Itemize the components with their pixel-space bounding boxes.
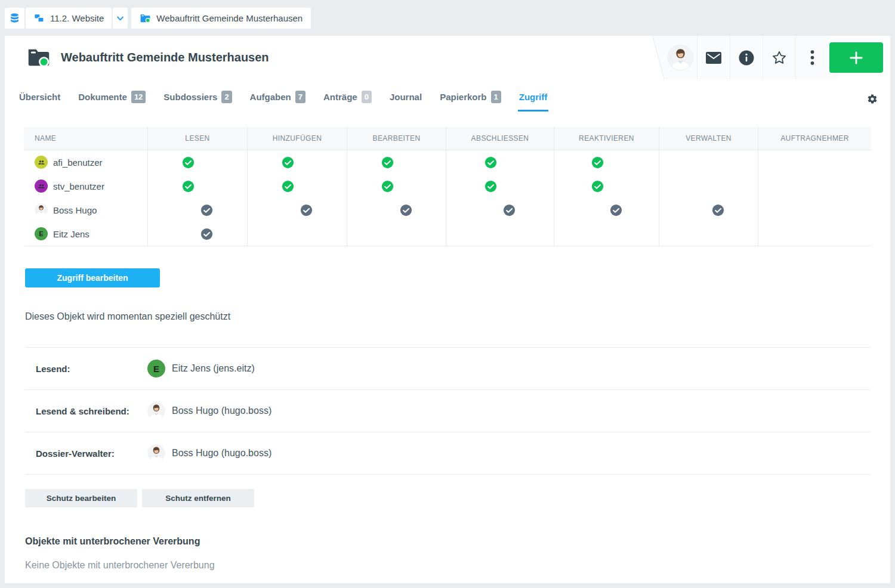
tab-bar: Übersicht Dokumente 12 Subdossiers 2 Auf… — [5, 79, 890, 116]
tab-count-badge: 7 — [295, 91, 305, 103]
photo-avatar — [35, 203, 48, 216]
database-chip[interactable] — [5, 8, 24, 29]
permissions-table: NAMELESENHINZUFÜGENBEARBEITENABSCHLIESSE… — [24, 127, 871, 246]
tab-label: Subdossiers — [163, 92, 217, 102]
breadcrumb-dossier-chip[interactable]: Webauftritt Gemeinde Musterhausen — [131, 8, 311, 29]
tab-label: Zugriff — [519, 92, 547, 102]
permissions-table-body: afi_benutzer — [24, 150, 871, 246]
tab-subdossiers[interactable]: Subdossiers 2 — [162, 91, 233, 112]
permission-cell — [446, 222, 554, 246]
tab-label: Anträge — [323, 92, 357, 102]
user-name-cell[interactable]: stv_benutzer — [24, 174, 147, 198]
permission-cell — [659, 150, 758, 174]
table-row: stv_benutzer — [24, 174, 871, 198]
kebab-menu-icon — [810, 50, 814, 65]
table-row: E Eitz Jens — [24, 222, 871, 246]
edit-access-button[interactable]: Zugriff bearbeiten — [25, 268, 160, 287]
permission-cell — [147, 150, 247, 174]
header-actions — [646, 36, 828, 79]
permission-cell — [247, 222, 347, 246]
user-name-cell[interactable]: Boss Hugo — [24, 198, 147, 222]
info-icon — [739, 50, 754, 66]
permission-cell — [446, 150, 554, 174]
tab-label: Papierkorb — [440, 92, 486, 102]
tab-zugriff[interactable]: Zugriff — [518, 91, 548, 112]
protection-user: Boss Hugo (hugo.boss) — [172, 406, 271, 416]
tab-papierkorb[interactable]: Papierkorb 1 — [439, 91, 502, 112]
check-icon — [200, 228, 213, 240]
permission-cell — [758, 150, 871, 174]
favorite-button[interactable] — [763, 36, 795, 79]
breadcrumb-dossier-label: Webauftritt Gemeinde Musterhausen — [156, 13, 303, 23]
letter-avatar: E — [35, 227, 48, 240]
page-title: Webauftritt Gemeinde Musterhausen — [61, 51, 269, 64]
check-icon — [484, 180, 497, 193]
remove-protection-button[interactable]: Schutz entfernen — [142, 489, 254, 507]
tab-count-badge: 12 — [131, 91, 146, 103]
check-icon — [282, 156, 294, 169]
permission-cell — [446, 174, 554, 198]
permission-cell — [147, 222, 247, 246]
table-row: afi_benutzer — [24, 150, 871, 174]
breadcrumb-dropdown[interactable] — [113, 8, 128, 29]
dossier-folder-icon — [140, 13, 151, 24]
tab-label: Übersicht — [19, 92, 60, 102]
check-icon — [591, 180, 604, 193]
add-button[interactable] — [829, 42, 883, 73]
settings-gear-icon[interactable] — [867, 94, 878, 104]
tab-bar-items: Übersicht Dokumente 12 Subdossiers 2 Auf… — [18, 91, 564, 116]
breadcrumb-context-chip[interactable]: 11.2. Website — [26, 8, 112, 29]
info-button[interactable] — [730, 36, 763, 79]
chevron-down-icon — [115, 13, 126, 24]
user-avatar-button[interactable] — [664, 36, 697, 79]
user-name: Boss Hugo — [53, 205, 97, 215]
permissions-table-header: NAMELESENHINZUFÜGENBEARBEITENABSCHLIESSE… — [24, 127, 871, 150]
protection-row: Dossier-Verwalter: Boss Hugo (hugo.boss) — [25, 432, 870, 474]
check-icon — [484, 156, 497, 169]
check-icon — [400, 204, 412, 216]
more-menu-button[interactable] — [795, 36, 828, 79]
permission-cell — [247, 174, 347, 198]
permission-cell — [554, 174, 659, 198]
column-header-reaktivieren: REAKTIVIEREN — [554, 127, 659, 150]
tab-label: Journal — [390, 92, 422, 102]
permission-cell — [347, 222, 446, 246]
check-icon — [381, 156, 394, 169]
group-icon — [37, 182, 46, 191]
check-icon — [182, 156, 195, 169]
protection-user: Boss Hugo (hugo.boss) — [172, 448, 271, 459]
user-name: afi_benutzer — [53, 157, 103, 168]
group-icon — [37, 158, 46, 167]
breadcrumb-context-label: 11.2. Website — [50, 13, 104, 23]
mail-button[interactable] — [697, 36, 730, 79]
user-name-cell[interactable]: E Eitz Jens — [24, 222, 147, 246]
protection-role-label: Lesend & schreibend: — [36, 406, 147, 416]
column-header-lesen: LESEN — [147, 127, 247, 150]
column-header-hinzufugen: HINZUFÜGEN — [247, 127, 347, 150]
tab-count-badge: 1 — [491, 91, 501, 103]
permission-cell — [659, 198, 758, 222]
check-icon — [300, 204, 313, 216]
permission-cell — [659, 174, 758, 198]
group-avatar — [35, 156, 48, 169]
tab-ubersicht[interactable]: Übersicht — [18, 91, 61, 112]
check-icon — [381, 180, 394, 193]
table-row: Boss Hugo — [24, 198, 871, 222]
tab-journal[interactable]: Journal — [388, 91, 423, 112]
permission-cell — [247, 150, 347, 174]
check-icon — [503, 204, 516, 216]
star-icon — [771, 50, 787, 66]
check-icon — [200, 204, 213, 216]
check-icon — [712, 204, 724, 216]
photo-avatar — [147, 402, 165, 420]
edit-protection-button[interactable]: Schutz bearbeiten — [25, 489, 137, 507]
permission-cell — [247, 198, 347, 222]
avatar — [668, 45, 693, 70]
tab-antrage[interactable]: Anträge 0 — [322, 91, 373, 112]
user-name-cell[interactable]: afi_benutzer — [24, 150, 147, 174]
tab-aufgaben[interactable]: Aufgaben 7 — [249, 91, 307, 112]
tab-dokumente[interactable]: Dokumente 12 — [77, 91, 147, 112]
column-header-abschliessen: ABSCHLIESSEN — [446, 127, 554, 150]
user-photo — [147, 402, 165, 420]
protection-row: Lesend: E Eitz Jens (jens.eitz) — [25, 347, 870, 389]
